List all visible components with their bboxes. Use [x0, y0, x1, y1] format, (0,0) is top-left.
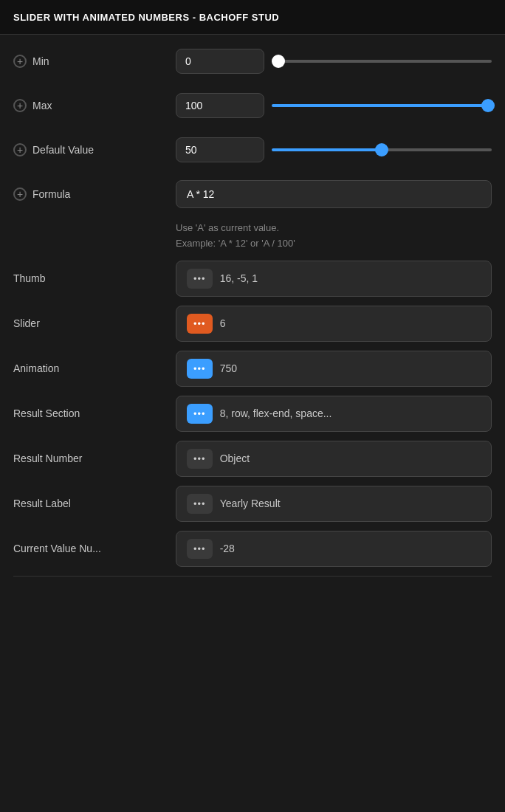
result-number-row: Result Number ••• Object: [13, 441, 492, 477]
formula-plus-icon[interactable]: +: [13, 187, 27, 201]
current-value-label: Current Value Nu...: [13, 543, 101, 554]
min-label: Min: [32, 55, 49, 67]
thumb-row: Thumb ••• 16, -5, 1: [13, 261, 492, 297]
max-input[interactable]: [176, 93, 264, 118]
thumb-label: Thumb: [13, 272, 46, 284]
max-slider-thumb[interactable]: [481, 99, 495, 112]
default-value-label: Default Value: [32, 144, 94, 156]
result-section-value-container: ••• 8, row, flex-end, space...: [176, 396, 492, 432]
formula-row: + Formula: [13, 176, 492, 212]
result-section-label-container: Result Section: [13, 407, 176, 419]
result-label-row: Result Label ••• Yearly Result: [13, 486, 492, 522]
app-container: SLIDER WITH ANIMATED NUMBERS - BACHOFF S…: [0, 0, 505, 591]
animation-value: 750: [220, 362, 237, 374]
min-input[interactable]: [176, 49, 264, 74]
formula-hint-line1: Use 'A' as current value.: [176, 221, 492, 236]
slider-value: 6: [220, 317, 226, 329]
animation-label-container: Animation: [13, 362, 176, 374]
result-section-label: Result Section: [13, 407, 80, 419]
min-row: + Min: [13, 44, 492, 79]
min-control: [176, 49, 492, 74]
animation-row: Animation ••• 750: [13, 351, 492, 387]
result-section-dots-button[interactable]: •••: [187, 404, 213, 424]
result-section-value: 8, row, flex-end, space...: [220, 407, 332, 419]
result-label-label: Result Label: [13, 498, 71, 509]
result-number-label-container: Result Number: [13, 453, 176, 464]
min-label-container: + Min: [13, 55, 176, 68]
default-value-plus-icon[interactable]: +: [13, 143, 27, 156]
header-title: SLIDER WITH ANIMATED NUMBERS - BACHOFF S…: [13, 12, 279, 23]
current-value-row: Current Value Nu... ••• -28: [13, 531, 492, 567]
max-label-container: + Max: [13, 99, 176, 112]
default-value-control: [176, 137, 492, 162]
result-label-dots-button[interactable]: •••: [187, 494, 213, 514]
slider-dots-button[interactable]: •••: [187, 314, 213, 334]
thumb-label-container: Thumb: [13, 272, 176, 284]
result-label-value-container: ••• Yearly Result: [176, 486, 492, 522]
slider-label-container: Slider: [13, 317, 176, 329]
max-plus-icon[interactable]: +: [13, 99, 27, 112]
slider-label: Slider: [13, 317, 40, 329]
formula-control: [176, 180, 492, 208]
formula-label-container: + Formula: [13, 187, 176, 201]
result-number-value-container: ••• Object: [176, 441, 492, 477]
max-slider-track[interactable]: [272, 104, 492, 107]
default-value-slider-container: [272, 148, 492, 151]
slider-value-container: ••• 6: [176, 306, 492, 342]
result-label-label-container: Result Label: [13, 498, 176, 509]
min-slider-track[interactable]: [272, 60, 492, 63]
formula-hint-line2: Example: 'A * 12' or 'A / 100': [176, 236, 492, 252]
thumb-value: 16, -5, 1: [220, 272, 258, 284]
formula-label: Formula: [32, 188, 70, 200]
current-value-label-container: Current Value Nu...: [13, 543, 176, 554]
max-label: Max: [32, 100, 52, 111]
animation-value-container: ••• 750: [176, 351, 492, 387]
main-content: + Min + Max: [0, 35, 505, 591]
max-row: + Max: [13, 88, 492, 123]
default-value-row: + Default Value: [13, 132, 492, 168]
result-number-dots-button[interactable]: •••: [187, 449, 213, 469]
min-slider-container: [272, 60, 492, 63]
thumb-dots-button[interactable]: •••: [187, 269, 213, 289]
default-value-slider-track[interactable]: [272, 148, 492, 151]
min-plus-icon[interactable]: +: [13, 55, 27, 68]
result-label-value: Yearly Result: [220, 498, 281, 509]
default-value-input[interactable]: [176, 137, 264, 162]
formula-hint: Use 'A' as current value. Example: 'A * …: [176, 221, 492, 252]
default-value-slider-thumb[interactable]: [375, 143, 388, 156]
min-slider-thumb[interactable]: [272, 55, 285, 68]
result-section-row: Result Section ••• 8, row, flex-end, spa…: [13, 396, 492, 432]
current-value-dots-button[interactable]: •••: [187, 539, 213, 559]
formula-input[interactable]: [176, 180, 492, 208]
max-control: [176, 93, 492, 118]
thumb-value-container: ••• 16, -5, 1: [176, 261, 492, 297]
result-number-label: Result Number: [13, 453, 82, 464]
default-value-label-container: + Default Value: [13, 143, 176, 156]
animation-dots-button[interactable]: •••: [187, 359, 213, 379]
result-number-value: Object: [220, 453, 250, 464]
current-value-value: -28: [220, 543, 235, 554]
bottom-divider: [13, 576, 492, 577]
max-slider-container: [272, 104, 492, 107]
header-bar: SLIDER WITH ANIMATED NUMBERS - BACHOFF S…: [0, 0, 505, 35]
slider-row: Slider ••• 6: [13, 306, 492, 342]
current-value-value-container: ••• -28: [176, 531, 492, 567]
animation-label: Animation: [13, 362, 59, 374]
